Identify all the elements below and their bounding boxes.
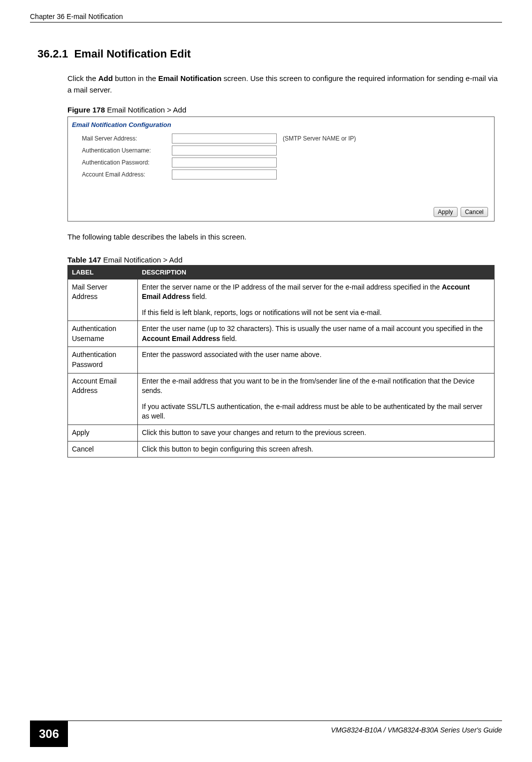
cell-desc: Enter the password associated with the u… xyxy=(138,347,495,373)
th-label: LABEL xyxy=(68,265,138,279)
cell-desc: Enter the user name (up to 32 characters… xyxy=(138,321,495,347)
page-footer: 306 VMG8324-B10A / VMG8324-B30A Series U… xyxy=(0,720,532,747)
section-title: Email Notification Edit xyxy=(74,48,190,60)
mail-server-hint: (SMTP Server NAME or IP) xyxy=(283,135,356,142)
cancel-button[interactable]: Cancel xyxy=(461,207,488,217)
cell-desc: Enter the server name or the IP address … xyxy=(138,279,495,321)
table-intro: The following table describes the labels… xyxy=(67,232,502,243)
figure-row-mail-server: Mail Server Address: (SMTP Server NAME o… xyxy=(72,134,490,144)
auth-user-input[interactable] xyxy=(172,146,277,156)
auth-user-label: Authentication Username: xyxy=(72,147,172,154)
table-row: Apply Click this button to save your cha… xyxy=(68,425,495,442)
cell-desc: Enter the e-mail address that you want t… xyxy=(138,373,495,424)
cell-label: Account Email Address xyxy=(68,373,138,424)
figure-button-row: Apply Cancel xyxy=(72,207,490,217)
cell-label: Cancel xyxy=(68,441,138,458)
guide-name: VMG8324-B10A / VMG8324-B30A Series User'… xyxy=(331,721,502,734)
page-header: Chapter 36 E-mail Notification xyxy=(30,0,502,22)
cell-label: Mail Server Address xyxy=(68,279,138,321)
account-email-label: Account Email Address: xyxy=(72,171,172,178)
mail-server-label: Mail Server Address: xyxy=(72,135,172,142)
intro-paragraph: Click the Add button in the Email Notifi… xyxy=(67,73,502,96)
apply-button[interactable]: Apply xyxy=(434,207,458,217)
chapter-title: Chapter 36 E-mail Notification xyxy=(30,12,123,20)
figure-row-auth-pass: Authentication Password: xyxy=(72,158,490,168)
figure-row-auth-user: Authentication Username: xyxy=(72,146,490,156)
table-row: Mail Server Address Enter the server nam… xyxy=(68,279,495,321)
account-email-input[interactable] xyxy=(172,170,277,180)
table-row: Authentication Username Enter the user n… xyxy=(68,321,495,347)
table-header-row: LABEL DESCRIPTION xyxy=(68,265,495,279)
cell-label: Apply xyxy=(68,425,138,442)
figure-screenshot: Email Notification Configuration Mail Se… xyxy=(67,116,495,222)
cell-desc: Click this button to begin configuring t… xyxy=(138,441,495,458)
description-table: LABEL DESCRIPTION Mail Server Address En… xyxy=(67,265,495,458)
table-row: Authentication Password Enter the passwo… xyxy=(68,347,495,373)
auth-pass-input[interactable] xyxy=(172,158,277,168)
table-row: Account Email Address Enter the e-mail a… xyxy=(68,373,495,424)
table-row: Cancel Click this button to begin config… xyxy=(68,441,495,458)
cell-label: Authentication Username xyxy=(68,321,138,347)
figure-caption: Figure 178 Email Notification > Add xyxy=(67,106,502,114)
section-heading: 36.2.1 Email Notification Edit xyxy=(37,48,502,60)
auth-pass-label: Authentication Password: xyxy=(72,159,172,166)
page-number: 306 xyxy=(30,721,68,747)
cell-label: Authentication Password xyxy=(68,347,138,373)
table-caption: Table 147 Email Notification > Add xyxy=(67,256,502,264)
section-number: 36.2.1 xyxy=(37,48,68,60)
cell-desc: Click this button to save your changes a… xyxy=(138,425,495,442)
mail-server-input[interactable] xyxy=(172,134,277,144)
figure-row-account-email: Account Email Address: xyxy=(72,170,490,180)
figure-panel-title: Email Notification Configuration xyxy=(72,121,490,128)
th-description: DESCRIPTION xyxy=(138,265,495,279)
